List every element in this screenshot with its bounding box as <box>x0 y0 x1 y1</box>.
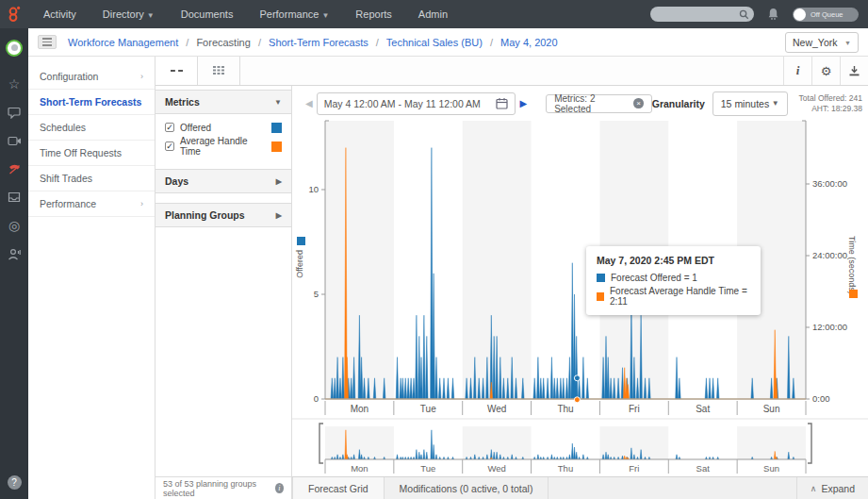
calendar-icon <box>496 97 508 109</box>
nav-admin[interactable]: Admin <box>418 8 448 20</box>
sidebar-item-schedules[interactable]: Schedules <box>28 115 155 141</box>
chevron-down-icon: ▼ <box>844 40 851 46</box>
time-axis-swatch <box>849 290 858 298</box>
breadcrumb-short-term-forecasts[interactable]: Short-Term Forecasts <box>269 37 368 48</box>
svg-text:0:00: 0:00 <box>812 393 830 404</box>
timezone-select[interactable]: New_York ▼ <box>785 32 859 53</box>
svg-text:Sun: Sun <box>763 404 780 414</box>
target-dashboard-icon[interactable]: ◎ <box>0 211 28 240</box>
totals-summary: Total Offered: 241 AHT: 18:29.38 <box>799 93 862 114</box>
gear-icon: ⚙ <box>821 64 832 78</box>
tooltip-offered-row: Forecast Offered = 1 <box>597 273 750 283</box>
next-week-button[interactable]: ▶ <box>516 98 531 108</box>
sidebar-item-short-term-forecasts[interactable]: Short-Term Forecasts <box>28 90 155 115</box>
close-icon[interactable]: × <box>633 98 643 108</box>
svg-text:Wed: Wed <box>487 404 506 414</box>
forecast-grid-tab[interactable]: Forecast Grid <box>292 477 385 499</box>
svg-text:0: 0 <box>314 393 319 404</box>
tab-grid-view[interactable] <box>198 57 240 85</box>
nav-directory[interactable]: Directory▼ <box>103 8 155 20</box>
wfm-sidebar: Configuration› Short-Term Forecasts Sche… <box>28 57 156 499</box>
sidebar-item-time-off-requests[interactable]: Time Off Requests <box>28 141 155 166</box>
planning-groups-section-header[interactable]: Planning Groups ▶ <box>156 203 291 227</box>
top-nav: Activity Directory▼ Documents Performanc… <box>0 0 868 28</box>
nav-reports[interactable]: Reports <box>355 8 392 20</box>
svg-text:12:00:00: 12:00:00 <box>812 322 847 332</box>
chart-toolbar: ◀ May 4 12:00 AM - May 11 12:00 AM ▶ Met… <box>292 86 868 121</box>
aht-color-swatch <box>271 141 282 152</box>
chevron-right-icon: ▶ <box>276 177 282 186</box>
aht-swatch <box>597 292 604 301</box>
expand-button[interactable]: ∧ Expand <box>796 477 868 499</box>
tab-chart-view[interactable] <box>156 57 198 85</box>
nav-performance[interactable]: Performance▼ <box>259 8 329 20</box>
menu-hamburger-icon[interactable] <box>38 35 57 49</box>
download-button[interactable] <box>840 57 868 85</box>
phone-disconnected-icon[interactable] <box>0 155 28 183</box>
avatar[interactable] <box>6 40 23 57</box>
svg-text:Wed: Wed <box>487 463 505 474</box>
tooltip-aht-row: Forecast Average Handle Time = 2:11 <box>597 286 750 307</box>
settings-button[interactable]: ⚙ <box>811 57 840 85</box>
chevron-right-icon: › <box>140 72 143 81</box>
nav-activity[interactable]: Activity <box>43 8 76 20</box>
breadcrumb-bar: Workforce Management / Forecasting / Sho… <box>28 28 868 57</box>
nav-documents[interactable]: Documents <box>181 8 234 20</box>
breadcrumb-date[interactable]: May 4, 2020 <box>500 37 558 48</box>
metric-aht-row: ✓ Average Handle Time <box>156 137 291 156</box>
offered-color-swatch <box>271 123 282 133</box>
date-range-input[interactable]: May 4 12:00 AM - May 11 12:00 AM <box>317 92 516 115</box>
info-icon: i <box>796 63 800 78</box>
aht-checkbox[interactable]: ✓ <box>165 141 174 151</box>
modifications-tab[interactable]: Modifications (0 active, 0 total) <box>385 477 549 499</box>
left-icon-rail: ☆ ◎ ? <box>0 28 28 499</box>
forecast-chart[interactable]: 05100:0012:00:0024:00:0036:00:00MonTueWe… <box>292 118 868 476</box>
aht-value: AHT: 18:29.38 <box>799 104 862 114</box>
svg-text:Tue: Tue <box>420 404 436 414</box>
svg-text:Mon: Mon <box>351 404 368 414</box>
grid-icon <box>213 66 224 75</box>
queue-status-toggle[interactable]: Off Queue <box>793 8 859 22</box>
chat-icon[interactable] <box>0 98 28 126</box>
left-axis-title: Offered <box>295 250 304 278</box>
favorites-star-icon[interactable]: ☆ <box>0 70 28 98</box>
offered-checkbox[interactable]: ✓ <box>165 123 174 132</box>
svg-text:Thu: Thu <box>558 463 573 474</box>
total-offered-value: Total Offered: 241 <box>799 93 862 104</box>
breadcrumb-business-unit[interactable]: Technical Sales (BU) <box>386 37 483 48</box>
svg-text:Mon: Mon <box>351 463 368 474</box>
days-section-header[interactable]: Days ▶ <box>156 169 291 193</box>
svg-text:36:00:00: 36:00:00 <box>812 178 847 189</box>
inbox-icon[interactable] <box>0 183 28 211</box>
agent-activity-icon[interactable] <box>0 240 28 268</box>
chevron-down-icon: ▼ <box>321 11 329 20</box>
right-axis-title: Time (seconds) <box>847 236 857 294</box>
genesys-logo-icon[interactable] <box>0 0 28 28</box>
search-input[interactable] <box>650 7 754 22</box>
svg-text:Fri: Fri <box>629 404 640 414</box>
chevron-down-icon: ▼ <box>147 11 155 20</box>
previous-week-button[interactable]: ◀ <box>302 98 317 108</box>
planning-groups-status: 53 of 53 planning groups selected i <box>156 476 292 499</box>
info-icon[interactable]: i <box>275 483 284 493</box>
chevron-down-icon: ▼ <box>772 99 779 108</box>
info-button[interactable]: i <box>783 57 811 85</box>
notifications-bell-icon[interactable] <box>767 8 779 21</box>
breadcrumb: Workforce Management / Forecasting / Sho… <box>68 37 558 48</box>
line-chart-icon <box>171 70 183 72</box>
video-icon[interactable] <box>0 126 28 155</box>
help-icon[interactable]: ? <box>8 475 22 490</box>
search-icon <box>739 9 749 20</box>
metrics-selected-chip[interactable]: Metrics: 2 Selected × <box>546 94 652 113</box>
granularity-select[interactable]: 15 minutes ▼ <box>712 91 788 116</box>
sidebar-item-performance[interactable]: Performance› <box>28 191 155 217</box>
granularity-label: Granularity <box>652 98 705 109</box>
breadcrumb-workforce-management[interactable]: Workforce Management <box>68 37 178 48</box>
chevron-right-icon: ▶ <box>276 211 282 220</box>
offered-swatch <box>597 274 605 282</box>
svg-text:Sun: Sun <box>763 463 779 474</box>
metrics-section-header[interactable]: Metrics ▼ <box>156 90 291 114</box>
sidebar-item-shift-trades[interactable]: Shift Trades <box>28 166 155 191</box>
chevron-up-icon: ∧ <box>811 484 817 493</box>
sidebar-item-configuration[interactable]: Configuration› <box>28 64 155 90</box>
